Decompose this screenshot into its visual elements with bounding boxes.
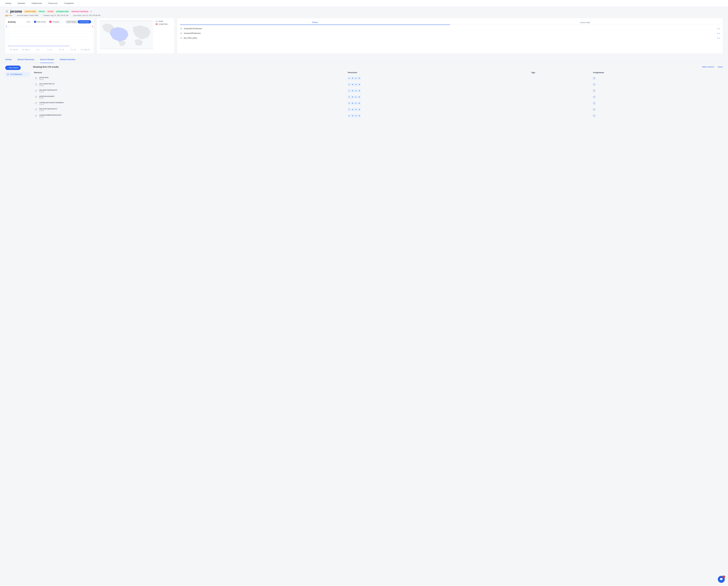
badge-monitoring: enhanced monitoring — [71, 10, 89, 13]
perm-R: R — [351, 114, 354, 117]
table-row[interactable]: test-josh-hammond-2BucketCRUDS? — [33, 106, 723, 113]
help-icon[interactable]: ? — [593, 83, 595, 86]
nav-compliance[interactable]: Compliance — [64, 0, 74, 6]
table-row[interactable]: my-smoke-test-14BucketCRUDS? — [33, 81, 723, 88]
report-sidebar: +New Report All Entitlements — [5, 65, 30, 119]
policy-count[interactable]: 1 >> — [717, 32, 720, 34]
account-name: Vtest2 AWS — [29, 15, 39, 17]
y-left-tick: 1 — [6, 25, 7, 27]
resource-name: moody-percussion-templates — [39, 101, 64, 104]
help-icon[interactable]: ? — [593, 115, 595, 117]
map-panel: Israel United Stat... — [97, 18, 174, 53]
perm-S-disabled: S — [361, 108, 364, 111]
perm-C: C — [348, 108, 351, 111]
perm-U: U — [354, 83, 357, 86]
nav-identities[interactable]: Identities — [18, 0, 25, 6]
nav-entitlements[interactable]: Entitlements — [32, 0, 42, 6]
col-resource[interactable]: Resource — [33, 70, 347, 75]
perm-D: D — [358, 89, 361, 92]
new-report-button[interactable]: +New Report — [5, 65, 21, 70]
gavel-icon — [180, 27, 182, 30]
flag-il-icon — [155, 21, 158, 22]
badge-more[interactable]: +1 — [90, 10, 92, 12]
nav-resources[interactable]: Resources — [49, 0, 57, 6]
top-nav: Activity Identities Entitlements Resourc… — [0, 0, 728, 7]
results-main: Showing first 170 results Select Columns… — [33, 65, 723, 119]
bucket-icon — [34, 108, 38, 111]
range-7d[interactable]: Last 7 Days — [65, 20, 78, 23]
bucket-icon — [34, 89, 38, 92]
tab-related-identities[interactable]: Related Identities — [60, 58, 75, 63]
policy-count[interactable]: 1 >> — [717, 28, 720, 29]
col-assignments[interactable]: Assignments — [592, 70, 723, 75]
policy-item[interactable]: test_inline_policy1 >> — [180, 36, 720, 40]
perm-R: R — [351, 77, 354, 80]
perm-C: C — [348, 83, 351, 86]
identity-name: jerome — [10, 9, 22, 14]
badge-inactive: inactive entity — [24, 10, 37, 13]
table-row[interactable]: moody-percussion-templatesBucketCRUDS? — [33, 100, 723, 106]
nav-activity[interactable]: Activity — [5, 0, 11, 6]
location-us[interactable]: United Stat... — [155, 23, 172, 25]
perm-U: U — [354, 77, 357, 80]
permission-badges: CRUDS — [348, 89, 529, 92]
policy-item[interactable]: AmazonS3FullAccess1 >> — [180, 31, 720, 36]
tab-access-review[interactable]: Access Review — [40, 58, 54, 63]
perm-R: R — [351, 102, 354, 105]
location-israel[interactable]: Israel — [155, 20, 172, 22]
table-row[interactable]: polyrizeoverwatchBucketCRUDS? — [33, 94, 723, 100]
help-icon[interactable]: ? — [593, 77, 595, 79]
flag-us-icon — [155, 23, 158, 25]
help-icon[interactable]: ? — [593, 102, 595, 104]
account-label: Account Name: — [17, 15, 29, 17]
select-columns-link[interactable]: Select Columns — [702, 66, 714, 68]
export-link[interactable]: Export — [718, 66, 723, 68]
help-icon[interactable]: ? — [593, 89, 595, 92]
table-row[interactable]: suspensedetectwizerdort2BucketCRUDS? — [33, 113, 723, 119]
resource-type: Bucket — [39, 110, 57, 111]
perm-U: U — [354, 89, 357, 92]
activity-chart: 1 1 — [8, 26, 91, 48]
results-title: Showing first 170 results — [33, 65, 59, 68]
resource-type: Bucket — [39, 85, 54, 86]
resource-type: Bucket — [39, 97, 54, 99]
activity-panel: Activity View: ✓Daily Activity ✓Privileg… — [5, 18, 94, 53]
sidebar-all-entitlements[interactable]: All Entitlements — [5, 72, 30, 77]
perm-R: R — [351, 83, 354, 86]
help-icon[interactable]: ? — [593, 96, 595, 98]
col-permission[interactable]: Permission — [347, 70, 530, 75]
perm-C: C — [348, 96, 351, 99]
policy-count[interactable]: 1 >> — [717, 37, 720, 39]
perm-S-disabled: S — [361, 102, 364, 105]
perm-C: C — [348, 77, 351, 80]
resource-name: polyrizeoverwatch — [39, 95, 54, 97]
help-icon[interactable]: ? — [593, 108, 595, 111]
policy-name: test_inline_policy — [184, 37, 197, 39]
bucket-icon — [34, 101, 38, 105]
perm-D: D — [358, 77, 361, 80]
policy-item[interactable]: AmazonEC2FullAccess1 >> — [180, 26, 720, 31]
aws-icon: aws — [5, 15, 8, 16]
table-row[interactable]: acme-testsBucketCRUDS? — [33, 75, 723, 81]
tab-activity[interactable]: Activity — [5, 58, 11, 63]
results-table: Resource Permission Tags Assignments acm… — [33, 70, 723, 119]
resource-type: Bucket — [39, 116, 61, 118]
chk-daily[interactable]: ✓Daily Activity — [34, 21, 46, 23]
range-30d[interactable]: Last 30 Days — [78, 20, 91, 23]
perm-D: D — [358, 108, 361, 111]
resource-type: Bucket — [39, 91, 57, 92]
policies-panel: Policies Access Keys AmazonEC2FullAccess… — [177, 18, 723, 53]
tab-policies[interactable]: Policies — [180, 20, 450, 25]
tab-recent-resources[interactable]: Recent Resources — [18, 58, 34, 63]
table-row[interactable]: test-josh-hammond-3BucketCRUDS? — [33, 88, 723, 94]
chk-privileged[interactable]: ✓Privileged — [49, 21, 59, 23]
col-tags[interactable]: Tags — [530, 70, 592, 75]
lastactive-label: Last Active: — [73, 15, 82, 17]
perm-U: U — [354, 108, 357, 111]
detail-tabs: Activity Recent Resources Access Review … — [0, 56, 728, 63]
user-icon — [5, 10, 8, 13]
tab-access-keys[interactable]: Access Keys — [450, 20, 720, 25]
perm-U: U — [354, 96, 357, 99]
svg-rect-2 — [7, 74, 8, 75]
permission-badges: CRUDS — [348, 108, 529, 111]
